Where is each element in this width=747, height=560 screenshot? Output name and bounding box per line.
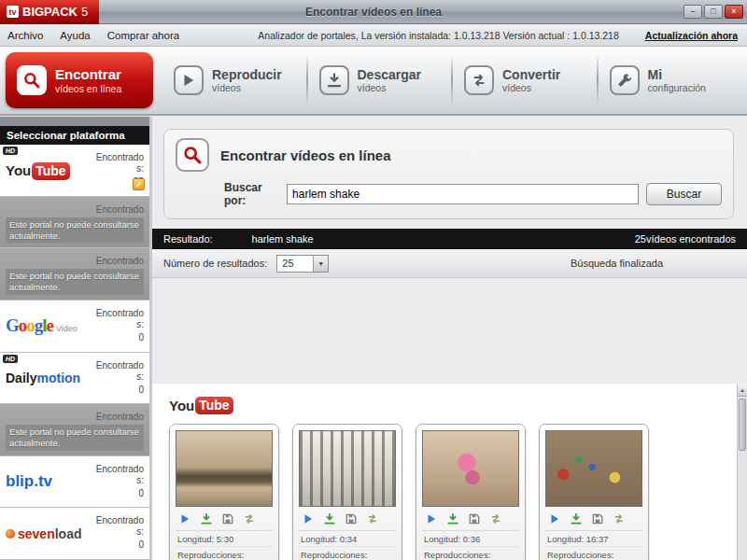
- menu-item-comprar-ahora[interactable]: Comprar ahora: [107, 30, 179, 41]
- video-thumbnail[interactable]: [422, 430, 519, 507]
- results-count-select[interactable]: 25 ▼: [276, 255, 329, 273]
- video-plays: Reproducciones:: [299, 547, 396, 560]
- toolbar-sublabel: vídeos: [502, 82, 560, 93]
- platform-item-disabled: Encontrado Este portal no puede consulta…: [0, 404, 149, 456]
- save-video-button[interactable]: [344, 511, 359, 526]
- video-plays: Reproducciones:: [422, 547, 519, 560]
- result-bar: Resultado: harlem shake 25vídeos encontr…: [152, 229, 747, 249]
- content-area: Seleccionar plataforma HD YouTube Encont…: [0, 117, 747, 560]
- convert-video-button[interactable]: [612, 511, 627, 526]
- unavailable-text: Este portal no puede consultarse actualm…: [6, 217, 144, 244]
- convert-video-button[interactable]: [365, 511, 380, 526]
- toolbar-sublabel: vídeos en línea: [55, 83, 121, 94]
- toolbar-sublabel: vídeos: [212, 82, 282, 93]
- download-video-button[interactable]: [445, 511, 460, 526]
- save-video-button[interactable]: [590, 511, 605, 526]
- video-thumbnail[interactable]: [299, 430, 396, 507]
- video-results-grid: Longitud: 5:30 Reproducciones: Valoració…: [169, 424, 737, 560]
- update-now-link[interactable]: Actualización ahora: [645, 30, 738, 41]
- found-count: Encontrados:0: [90, 464, 144, 499]
- youtube-provider-logo: You Tube: [169, 397, 233, 414]
- toolbar-button-configuracion[interactable]: Miconfiguración: [599, 52, 742, 108]
- youtube-logo: YouTube: [6, 162, 90, 178]
- main-panel: Encontrar vídeos en línea Buscar por: Bu…: [152, 117, 747, 560]
- video-length: Longitud: 0:34: [299, 531, 396, 547]
- video-card: Longitud: 0:34 Reproducciones: Valoració…: [292, 424, 402, 560]
- unavailable-text: Este portal no puede consultarse actualm…: [6, 269, 144, 295]
- results-scrollbar[interactable]: ▲: [737, 384, 747, 560]
- video-card: Longitud: 16:37 Reproducciones: Valoraci…: [539, 424, 649, 560]
- app-logo-number: 5: [81, 5, 88, 19]
- play-icon: [174, 65, 204, 95]
- toolbar-label: Descargar: [358, 67, 422, 82]
- close-button[interactable]: ×: [725, 5, 743, 19]
- toolbar-label: Encontrar: [55, 66, 121, 82]
- search-status: Búsqueda finalizada: [571, 258, 663, 269]
- app-logo: tv BIGPACK 5: [0, 0, 99, 24]
- toolbar-button-descargar[interactable]: Descargarvídeos: [308, 52, 452, 108]
- platform-item-dailymotion[interactable]: HD Dailymotion Encontrados:0: [0, 353, 149, 405]
- page-title: Encontrar vídeos en línea: [220, 147, 391, 163]
- video-card: Longitud: 0:36 Reproducciones: Valoració…: [416, 424, 526, 560]
- platform-sidebar: Seleccionar plataforma HD YouTube Encont…: [0, 117, 152, 560]
- search-icon: [17, 65, 47, 95]
- results-viewport: You Tube Longitud: 5:30 Reproducciones: …: [152, 384, 737, 560]
- found-count: Encontrados:0: [90, 308, 144, 343]
- save-video-button[interactable]: [220, 511, 235, 526]
- toolbar-label: Reproducir: [212, 67, 282, 82]
- platform-item-youtube[interactable]: HD YouTube Encontrados:25 ✓: [0, 145, 149, 197]
- found-count: Encontrados:0: [90, 360, 144, 396]
- search-icon: [176, 138, 209, 172]
- video-plays: Reproducciones:: [176, 547, 273, 560]
- search-panel: Encontrar vídeos en línea Buscar por: Bu…: [163, 129, 734, 219]
- title-bar: Encontrar vídeos en línea tv BIGPACK 5 –…: [0, 0, 747, 24]
- convert-video-button[interactable]: [488, 511, 503, 526]
- play-video-button[interactable]: [424, 511, 439, 526]
- menu-item-ayuda[interactable]: Ayuda: [60, 30, 90, 41]
- platform-checkbox[interactable]: ✓: [133, 178, 145, 190]
- results-controls: Número de resultados: 25 ▼ Búsqueda fina…: [152, 249, 747, 278]
- toolbar-button-reproducir[interactable]: Reproducirvídeos: [162, 52, 306, 108]
- convert-video-button[interactable]: [242, 511, 257, 526]
- video-plays: Reproducciones:: [545, 547, 642, 560]
- platform-item-bliptv[interactable]: blip.tv Encontrados:0: [0, 456, 149, 509]
- search-input[interactable]: [287, 184, 639, 204]
- minimize-button[interactable]: –: [684, 5, 702, 19]
- search-submit-button[interactable]: Buscar: [646, 183, 722, 205]
- download-video-button[interactable]: [199, 511, 214, 526]
- app-icon: tv: [7, 6, 19, 18]
- found-count: Encontrado: [90, 412, 144, 423]
- sevenload-logo: sevenload: [6, 526, 90, 541]
- video-length: Longitud: 16:37: [545, 531, 642, 547]
- chevron-down-icon[interactable]: ▼: [313, 256, 328, 272]
- download-video-button[interactable]: [322, 511, 337, 526]
- window-title: Encontrar vídeos en línea: [0, 6, 747, 19]
- play-video-button[interactable]: [177, 511, 192, 526]
- toolbar-button-convertir[interactable]: Convertirvídeos: [453, 52, 597, 108]
- download-icon: [319, 65, 349, 95]
- video-thumbnail[interactable]: [176, 430, 273, 507]
- download-video-button[interactable]: [569, 511, 584, 526]
- play-video-button[interactable]: [301, 511, 316, 526]
- video-thumbnail[interactable]: [545, 430, 642, 507]
- save-video-button[interactable]: [467, 511, 482, 526]
- scrollbar-thumb[interactable]: [739, 399, 746, 451]
- maximize-button[interactable]: □: [704, 5, 723, 19]
- search-label: Buscar por:: [224, 181, 279, 207]
- platform-item-google-video[interactable]: GoogleVideo Encontrados:0: [0, 301, 149, 353]
- toolbar-button-encontrar[interactable]: Encontrarvídeos en línea: [6, 52, 153, 108]
- unavailable-text: Este portal no puede consultarse actualm…: [6, 425, 144, 451]
- result-label: Resultado:: [163, 233, 213, 245]
- platform-item-sevenload[interactable]: sevenload Encontrados:0: [0, 508, 149, 560]
- play-video-button[interactable]: [547, 511, 562, 526]
- app-logo-text: BIGPACK: [22, 5, 78, 19]
- found-count: Encontrado: [90, 256, 144, 267]
- menu-item-archivo[interactable]: Archivo: [7, 30, 43, 41]
- toolbar-sublabel: configuración: [648, 82, 706, 93]
- video-length: Longitud: 5:30: [176, 531, 273, 547]
- version-status-text: Analizador de portales, La versión insta…: [258, 30, 618, 41]
- toolbar-sublabel: vídeos: [358, 82, 422, 93]
- sidebar-header: Seleccionar plataforma: [0, 126, 149, 145]
- scroll-up-button[interactable]: ▲: [738, 384, 747, 397]
- found-count: Encontrados:0: [90, 515, 144, 551]
